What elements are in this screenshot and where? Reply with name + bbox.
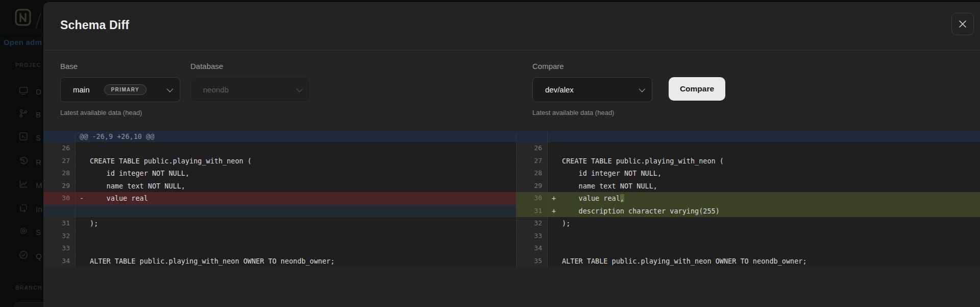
hunk-header: [516, 131, 980, 142]
code-text: CREATE TABLE public.playing_with_neon (: [562, 155, 724, 168]
base-label: Base: [60, 62, 78, 70]
code-text: );: [90, 217, 98, 230]
diff-marker: [552, 142, 562, 155]
diff-line: 30+ value real,: [516, 192, 980, 205]
diff-line: 27CREATE TABLE public.playing_with_neon …: [43, 155, 516, 168]
code-cell: CREATE TABLE public.playing_with_neon (: [76, 155, 516, 168]
code-text: value real: [90, 192, 148, 205]
code-cell: name text NOT NULL,: [76, 180, 516, 193]
line-number: 34: [516, 242, 548, 255]
code-text: );: [562, 217, 570, 230]
line-number: 32: [43, 230, 76, 243]
code-cell: [76, 205, 516, 218]
diff-marker: [552, 230, 562, 243]
code-text: ALTER TABLE public.playing_with_neon OWN…: [562, 255, 807, 268]
diff-marker: +: [552, 205, 562, 218]
code-cell: [76, 142, 516, 155]
schema-diff-view: @@ -26,9 +26,10 @@2627CREATE TABLE publi…: [43, 131, 980, 267]
diff-line: 28 id integer NOT NULL,: [43, 167, 516, 180]
line-number: 26: [516, 142, 548, 155]
close-button[interactable]: [951, 13, 974, 35]
diff-marker: [552, 167, 562, 180]
diff-panel-base: @@ -26,9 +26,10 @@2627CREATE TABLE publi…: [43, 131, 516, 267]
line-number: [43, 131, 76, 142]
diff-marker: [80, 242, 90, 255]
schema-diff-modal: Schema Diff Base Database Compare main P…: [43, 2, 980, 307]
diff-line: 26: [43, 142, 516, 155]
diff-line: 32: [43, 230, 516, 243]
code-cell: [548, 242, 980, 255]
diff-line: 34: [516, 242, 980, 255]
database-select: neondb: [190, 77, 310, 102]
code-cell: [548, 142, 980, 155]
code-text: CREATE TABLE public.playing_with_neon (: [90, 155, 252, 168]
database-label: Database: [190, 62, 223, 70]
line-number: 27: [43, 155, 76, 168]
line-number: 30: [516, 192, 548, 205]
diff-marker: [552, 180, 562, 193]
line-number: 29: [516, 180, 548, 193]
diff-marker: [552, 217, 562, 230]
hunk-header: @@ -26,9 +26,10 @@: [43, 131, 516, 142]
code-cell: + description character varying(255): [548, 205, 980, 218]
diff-marker: [80, 217, 90, 230]
line-number: 26: [43, 142, 76, 155]
code-text: name text NOT NULL,: [90, 180, 185, 193]
diff-marker: [80, 167, 90, 180]
primary-badge: PRIMARY: [104, 84, 147, 95]
code-cell: + value real,: [548, 192, 980, 205]
diff-line: 33: [516, 230, 980, 243]
line-number: 27: [516, 155, 548, 168]
diff-marker: [80, 180, 90, 193]
code-text: id integer NOT NULL,: [562, 167, 662, 180]
code-cell: );: [548, 217, 980, 230]
compare-branch-select[interactable]: dev/alex: [532, 77, 652, 102]
compare-button[interactable]: Compare: [669, 77, 725, 101]
base-helper-text: Latest available data (head): [60, 109, 142, 116]
line-number: 33: [516, 230, 548, 243]
code-text: ALTER TABLE public.playing_with_neon OWN…: [90, 255, 335, 268]
code-text: name text NOT NULL,: [562, 180, 657, 193]
diff-line: 27CREATE TABLE public.playing_with_neon …: [516, 155, 980, 168]
diff-marker: -: [80, 192, 90, 205]
modal-header: Schema Diff: [43, 2, 980, 51]
line-number: 30: [43, 192, 76, 205]
diff-line: 26: [516, 142, 980, 155]
line-number: 31: [516, 205, 548, 218]
database-value: neondb: [203, 85, 229, 94]
code-cell: - value real: [76, 192, 516, 205]
line-number: 29: [43, 180, 76, 193]
diff-line: 29 name text NOT NULL,: [43, 180, 516, 193]
chevron-down-icon: [167, 86, 174, 92]
code-text: value real,: [562, 192, 624, 205]
diff-marker: [80, 255, 90, 268]
line-number: 33: [43, 242, 76, 255]
diff-line: 31+ description character varying(255): [516, 205, 980, 218]
code-cell: id integer NOT NULL,: [548, 167, 980, 180]
diff-marker: +: [552, 192, 562, 205]
base-branch-select[interactable]: main PRIMARY: [60, 77, 180, 102]
line-number: [516, 131, 548, 142]
diff-line: 34ALTER TABLE public.playing_with_neon O…: [43, 255, 516, 268]
diff-marker: [80, 230, 90, 243]
diff-line: 30- value real: [43, 192, 516, 205]
diff-marker: [80, 155, 90, 168]
code-cell: CREATE TABLE public.playing_with_neon (: [548, 155, 980, 168]
code-cell: [76, 242, 516, 255]
diff-marker: [80, 205, 90, 218]
diff-line: 32);: [516, 217, 980, 230]
line-number: 35: [516, 255, 548, 268]
line-number: 28: [516, 167, 548, 180]
modal-title: Schema Diff: [60, 18, 129, 32]
code-cell: [548, 230, 980, 243]
code-cell: ALTER TABLE public.playing_with_neon OWN…: [76, 255, 516, 268]
diff-marker: [552, 242, 562, 255]
code-text: id integer NOT NULL,: [90, 167, 189, 180]
diff-panel-compare: 2627CREATE TABLE public.playing_with_neo…: [516, 131, 980, 267]
line-number: 31: [43, 217, 76, 230]
code-cell: id integer NOT NULL,: [76, 167, 516, 180]
diff-marker: [552, 155, 562, 168]
diff-marker: [552, 255, 562, 268]
line-number: 28: [43, 167, 76, 180]
diff-marker: [80, 142, 90, 155]
